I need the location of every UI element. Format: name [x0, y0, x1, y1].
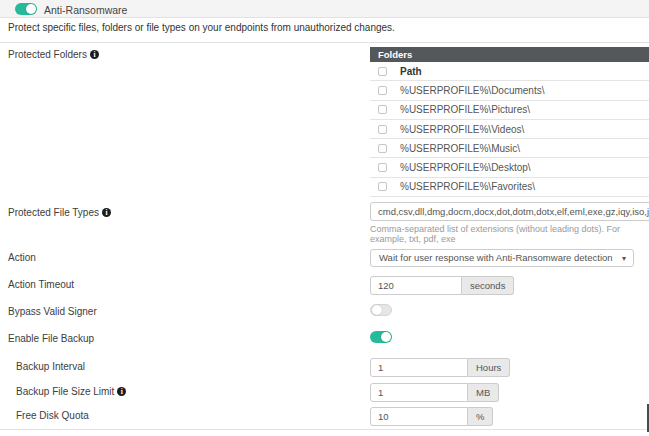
action-timeout-group: seconds — [370, 276, 514, 295]
enable-file-backup-toggle[interactable] — [370, 331, 392, 343]
section-description: Protect specific files, folders or file … — [8, 22, 395, 33]
folder-row: %USERPROFILE%\Music\ — [370, 139, 649, 158]
folders-table-title: Folders — [370, 47, 649, 62]
bottom-divider — [0, 429, 649, 430]
info-icon[interactable]: i — [102, 208, 111, 217]
info-icon[interactable]: i — [117, 387, 126, 396]
path-cell: %USERPROFILE%\Pictures\ — [400, 104, 530, 115]
folders-table-header-row: Path — [370, 62, 649, 81]
path-cell: %USERPROFILE%\Documents\ — [400, 85, 545, 96]
info-icon[interactable]: i — [90, 50, 99, 59]
protected-folders-label: Protected Foldersi — [8, 49, 99, 60]
free-disk-quota-label: Free Disk Quota — [16, 410, 89, 421]
path-column-header: Path — [400, 66, 422, 77]
row-checkbox[interactable] — [378, 125, 387, 134]
path-cell: %USERPROFILE%\Music\ — [400, 143, 520, 154]
backup-file-size-limit-label: Backup File Size Limiti — [16, 386, 126, 397]
path-cell: %USERPROFILE%\Desktop\ — [400, 162, 531, 173]
backup-interval-group: Hours — [370, 358, 510, 377]
folder-row: %USERPROFILE%\Favorites\ — [370, 178, 649, 197]
protected-file-types-input[interactable] — [370, 202, 649, 221]
section-header: Anti-Ransomware — [0, 0, 649, 18]
bypass-valid-signer-label: Bypass Valid Signer — [8, 306, 97, 317]
folder-row: %USERPROFILE%\Desktop\ — [370, 158, 649, 177]
backup-interval-unit: Hours — [468, 358, 510, 377]
action-timeout-label: Action Timeout — [8, 279, 74, 290]
action-select-value: Wait for user response with Anti-Ransomw… — [379, 252, 613, 263]
divider — [0, 42, 649, 43]
backup-interval-input[interactable] — [370, 358, 468, 377]
folder-row: %USERPROFILE%\Pictures\ — [370, 101, 649, 120]
anti-ransomware-toggle[interactable] — [15, 3, 37, 15]
free-disk-quota-unit: % — [468, 407, 493, 426]
backup-file-size-limit-group: MB — [370, 383, 499, 402]
folders-table-body: %USERPROFILE%\Documents\%USERPROFILE%\Pi… — [370, 81, 649, 197]
row-checkbox[interactable] — [378, 86, 387, 95]
path-cell: %USERPROFILE%\Videos\ — [400, 124, 524, 135]
folder-row: %USERPROFILE%\Videos\ — [370, 120, 649, 139]
backup-interval-label: Backup Interval — [16, 361, 85, 372]
action-select[interactable]: Wait for user response with Anti-Ransomw… — [370, 249, 634, 267]
action-timeout-input[interactable] — [370, 276, 462, 295]
caret-down-icon: ▾ — [622, 251, 626, 267]
enable-file-backup-label: Enable File Backup — [8, 333, 94, 344]
file-types-help-text: Comma-separated list of extensions (with… — [370, 224, 649, 244]
free-disk-quota-input[interactable] — [370, 407, 468, 426]
toggle-knob — [26, 4, 36, 14]
bypass-valid-signer-toggle[interactable] — [370, 304, 392, 316]
row-checkbox[interactable] — [378, 182, 387, 191]
select-all-checkbox[interactable] — [378, 67, 387, 76]
toggle-knob — [381, 332, 391, 342]
toggle-knob — [372, 305, 382, 315]
action-label: Action — [8, 252, 36, 263]
section-title: Anti-Ransomware — [44, 4, 127, 16]
free-disk-quota-group: % — [370, 407, 493, 426]
row-checkbox[interactable] — [378, 163, 387, 172]
path-cell: %USERPROFILE%\Favorites\ — [400, 181, 535, 192]
protected-folders-table: Folders Path %USERPROFILE%\Documents\%US… — [370, 47, 649, 197]
action-timeout-unit: seconds — [462, 276, 514, 295]
backup-file-size-limit-unit: MB — [468, 383, 499, 402]
backup-file-size-limit-input[interactable] — [370, 383, 468, 402]
folder-row: %USERPROFILE%\Documents\ — [370, 81, 649, 100]
row-checkbox[interactable] — [378, 105, 387, 114]
row-checkbox[interactable] — [378, 144, 387, 153]
anti-ransomware-settings-panel: Anti-Ransomware Protect specific files, … — [0, 0, 649, 436]
protected-file-types-label: Protected File Typesi — [8, 207, 111, 218]
